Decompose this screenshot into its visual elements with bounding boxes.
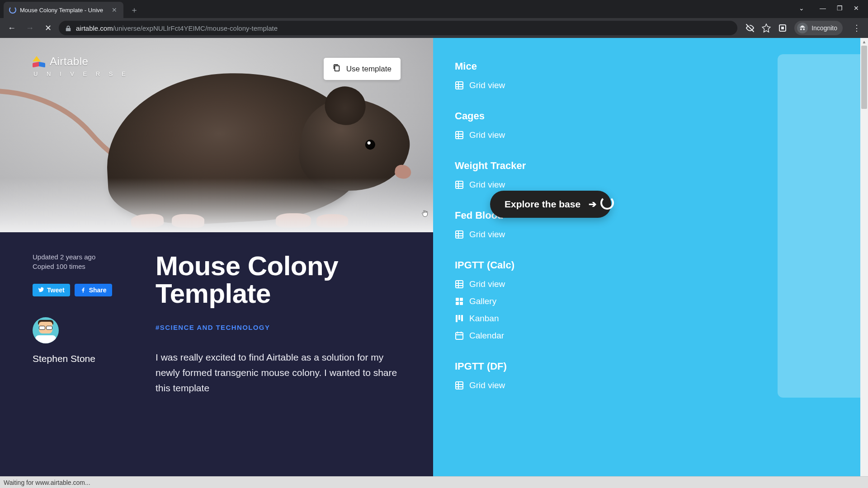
mouse-illustration <box>0 47 416 228</box>
incognito-label: Incognito <box>811 24 837 32</box>
view-label: Calendar <box>469 331 504 341</box>
main-column: Airtable U N I V E R S E Use template <box>0 38 433 476</box>
grid-view-icon <box>455 230 464 239</box>
grid-view-icon <box>455 280 464 289</box>
category-tag[interactable]: #SCIENCE AND TECHNOLOGY <box>156 324 270 331</box>
view-label: Gallery <box>469 296 496 306</box>
loading-spinner-icon <box>600 196 614 210</box>
gallery-view-icon <box>455 297 464 306</box>
tab-title: Mouse Colony Template - Unive <box>20 7 107 14</box>
hero-image: Airtable U N I V E R S E Use template <box>0 38 433 232</box>
calendar-view-icon <box>455 331 464 340</box>
scrollbar-thumb[interactable] <box>861 46 867 109</box>
view-label: Grid view <box>469 80 505 90</box>
maximize-button[interactable]: ❐ <box>837 5 843 12</box>
twitter-icon <box>38 287 44 293</box>
base-sidebar: MiceGrid viewCagesGrid viewWeight Tracke… <box>433 38 868 476</box>
view-label: Grid view <box>469 180 505 190</box>
forward-button[interactable]: → <box>23 21 37 35</box>
incognito-indicator[interactable]: Incognito <box>794 21 843 35</box>
grid-view-icon <box>455 180 464 189</box>
tab-close-button[interactable]: ✕ <box>111 6 118 14</box>
view-label: Kanban <box>469 314 499 324</box>
loading-spinner-icon <box>9 6 16 14</box>
article-body: I was really excited to find Airtable as… <box>156 350 401 395</box>
copied-text: Copied 100 times <box>33 262 156 271</box>
window-controls: ⌄ ― ❐ ✕ <box>790 0 868 16</box>
browser-menu-button[interactable]: ⋮ <box>850 23 863 33</box>
mouse-cursor-icon <box>421 209 429 219</box>
tracking-off-icon[interactable] <box>745 23 755 33</box>
minimize-button[interactable]: ― <box>820 5 826 12</box>
grid-view-icon <box>455 381 464 390</box>
meta-column: Updated 2 years ago Copied 100 times Twe… <box>33 252 156 476</box>
page-scrollbar[interactable]: ▲ <box>860 38 868 476</box>
stop-reload-button[interactable]: ✕ <box>41 21 55 35</box>
browser-status-bar: Waiting for www.airtable.com... <box>0 476 868 488</box>
url-text: airtable.com/universe/expNULlrFct4YEIMC/… <box>76 24 278 32</box>
fb-share-label: Share <box>89 286 107 294</box>
facebook-icon <box>80 287 86 293</box>
toolbar-right: Incognito ⋮ <box>741 21 863 35</box>
page-viewport: Airtable U N I V E R S E Use template <box>0 38 868 476</box>
view-label: Grid view <box>469 279 505 289</box>
browser-toolbar: ← → ✕ airtable.com/universe/expNULlrFct4… <box>0 18 868 38</box>
share-row: Tweet Share <box>33 284 156 296</box>
updated-text: Updated 2 years ago <box>33 252 156 262</box>
tweet-button[interactable]: Tweet <box>33 284 70 296</box>
fb-share-button[interactable]: Share <box>75 284 112 296</box>
browser-chrome: Mouse Colony Template - Unive ✕ ＋ ⌄ ― ❐ … <box>0 0 868 38</box>
tab-search-button[interactable]: ⌄ <box>799 5 804 12</box>
arrow-right-icon: ➔ <box>589 199 597 210</box>
tweet-label: Tweet <box>47 286 65 294</box>
browser-tab[interactable]: Mouse Colony Template - Unive ✕ <box>4 2 123 18</box>
author-avatar[interactable] <box>33 317 59 343</box>
bookmark-star-icon[interactable] <box>762 23 771 33</box>
content-column: Mouse Colony Template #SCIENCE AND TECHN… <box>156 252 401 476</box>
view-label: Grid view <box>469 130 505 140</box>
close-window-button[interactable]: ✕ <box>854 5 859 12</box>
view-label: Grid view <box>469 230 505 239</box>
page-title: Mouse Colony Template <box>156 252 401 307</box>
new-tab-button[interactable]: ＋ <box>128 4 141 16</box>
article-section: Updated 2 years ago Copied 100 times Twe… <box>0 232 433 476</box>
status-text: Waiting for www.airtable.com... <box>4 479 90 486</box>
kanban-view-icon <box>455 314 464 323</box>
lock-icon <box>65 25 71 31</box>
extensions-icon[interactable] <box>778 23 787 33</box>
grid-view-icon <box>455 131 464 140</box>
incognito-icon <box>797 23 808 33</box>
view-label: Grid view <box>469 380 505 390</box>
tab-strip: Mouse Colony Template - Unive ✕ ＋ ⌄ ― ❐ … <box>0 0 868 18</box>
grid-view-icon <box>455 81 464 90</box>
scrollbar-up-arrow-icon[interactable]: ▲ <box>860 38 868 46</box>
address-bar[interactable]: airtable.com/universe/expNULlrFct4YEIMC/… <box>59 21 737 35</box>
preview-panel <box>778 54 868 398</box>
author-name[interactable]: Stephen Stone <box>33 353 156 364</box>
explore-label: Explore the base <box>505 199 580 210</box>
back-button[interactable]: ← <box>5 21 19 35</box>
explore-base-button[interactable]: Explore the base ➔ <box>490 191 611 218</box>
